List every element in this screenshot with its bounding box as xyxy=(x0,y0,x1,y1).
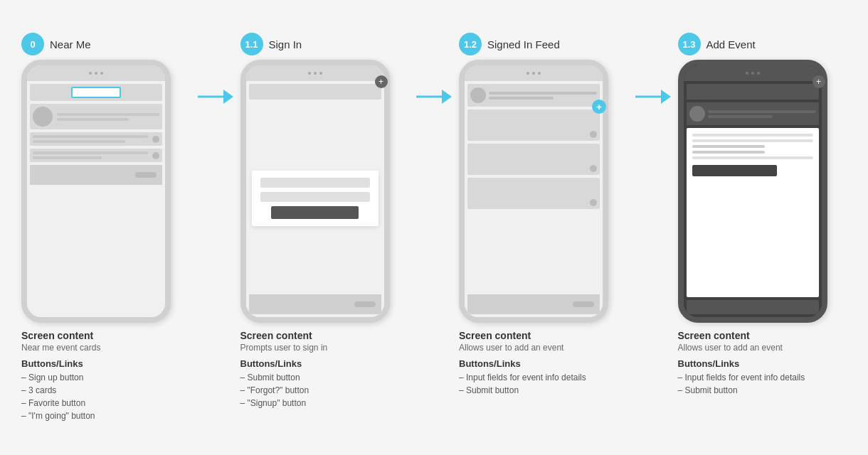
screen-2-card-1-dot xyxy=(590,131,597,138)
screen-2-phone-wrapper: + xyxy=(459,60,608,323)
screen-1-phone-inner xyxy=(246,65,384,317)
dot-2-2 xyxy=(532,72,535,75)
screen-3-lines xyxy=(708,110,816,118)
screen-3-content-label: Screen content xyxy=(678,330,827,341)
screen-3-title: Add Event xyxy=(706,38,756,50)
arrow-shape-2-3 xyxy=(635,90,671,104)
screen-1-text: Screen content Prompts user to sign in B… xyxy=(240,330,390,410)
screen-0-btn-2: – 3 cards xyxy=(21,384,171,397)
dot-3 xyxy=(100,72,103,75)
dot-1-3 xyxy=(319,72,322,75)
screen-3-avatar xyxy=(689,106,705,122)
signin-submit-btn xyxy=(271,206,359,219)
bottom-pill-0 xyxy=(135,172,157,178)
top-line-2 xyxy=(489,97,554,100)
main-container: 0 Near Me xyxy=(14,18,854,437)
screen-1-plus-btn: + xyxy=(375,75,388,88)
screen-3-btn-2: – Submit button xyxy=(678,384,827,397)
card-2-dot xyxy=(152,136,159,143)
screen-1-modal-area xyxy=(249,102,381,291)
screen-2-text: Screen content Allows user to add an eve… xyxy=(459,330,608,397)
dot-3-1 xyxy=(746,72,748,75)
arrow-head-1-2 xyxy=(442,90,452,104)
arrow-head-2-3 xyxy=(661,90,671,104)
screen-2-title: Signed In Feed xyxy=(487,38,560,50)
screen-2-header: 1.2 Signed In Feed xyxy=(459,33,560,55)
screen-1-btn-1: – Submit button xyxy=(240,371,390,384)
screen-3-row1 xyxy=(687,102,819,125)
screen-0-phone-inner xyxy=(27,65,165,317)
screen-2-plus-btn: + xyxy=(592,100,606,114)
screen-1-phone-wrapper: + xyxy=(240,60,390,323)
dot-1-2 xyxy=(314,72,317,75)
screen-0-topbar xyxy=(27,65,165,81)
screen-3-bottombar xyxy=(687,300,819,314)
top-line-1 xyxy=(489,92,597,95)
card-3-dot xyxy=(152,152,159,159)
screen-2-card-3-dot xyxy=(590,199,597,206)
signin-input-1 xyxy=(260,178,370,188)
card-2-lines xyxy=(33,135,148,143)
screen-1-header: 1.1 Sign In xyxy=(240,33,302,55)
screen-3-phone xyxy=(678,60,827,323)
screen-1-content-desc: Prompts user to sign in xyxy=(240,343,390,353)
bottom-pill-1 xyxy=(354,301,376,307)
screen-3-buttons-label: Buttons/Links xyxy=(678,358,827,369)
screen-block-0: 0 Near Me xyxy=(14,33,198,422)
screen-2-buttons-label: Buttons/Links xyxy=(459,358,608,369)
screen-2-bottombar xyxy=(467,294,600,314)
screen-2-topbar xyxy=(465,65,603,81)
dot-1 xyxy=(89,72,92,75)
screen-2-btn-1: – Input fields for event info details xyxy=(459,371,608,384)
screen-3-line1 xyxy=(708,110,816,113)
screen-3-text: Screen content Allows user to add an eve… xyxy=(678,330,827,397)
screen-0-buttons-label: Buttons/Links xyxy=(21,358,171,369)
screen-2-badge: 1.2 xyxy=(459,33,482,55)
screen-1-content-label: Screen content xyxy=(240,330,390,341)
screen-2-toplines xyxy=(489,92,597,100)
screen-block-3: 1.3 Add Event xyxy=(671,33,854,397)
screen-3-plus-btn: + xyxy=(813,75,825,88)
dot-2-1 xyxy=(526,72,529,75)
screen-1-bottombar xyxy=(249,294,381,314)
bottom-pill-2 xyxy=(573,301,594,307)
s3-line-2 xyxy=(692,139,813,142)
card-3-line-2 xyxy=(33,156,102,159)
screen-3-phone-inner xyxy=(684,65,822,317)
screen-2-card-2-dot xyxy=(590,165,597,172)
screen-2-avatar xyxy=(470,87,486,103)
screen-1-title: Sign In xyxy=(269,38,302,50)
screen-0-content-label: Screen content xyxy=(21,330,171,341)
screen-0-phone-wrapper xyxy=(21,60,171,323)
screen-3-btn-1: – Input fields for event info details xyxy=(678,371,827,384)
screen-3-content-desc: Allows user to add an event xyxy=(678,343,827,353)
screen-3-phone-wrapper: + xyxy=(678,60,827,323)
screen-1-content xyxy=(246,81,384,317)
screen-2-topbar2 xyxy=(467,84,600,107)
screen-0-title: Near Me xyxy=(50,38,91,50)
screen-0-content-desc: Near me event cards xyxy=(21,343,171,353)
screen-2-content xyxy=(465,81,603,317)
s3-line-4 xyxy=(692,151,765,154)
dot-2-3 xyxy=(538,72,541,75)
s3-line-5 xyxy=(692,156,813,159)
signin-input-2 xyxy=(260,192,370,202)
screen-3-line2 xyxy=(708,115,773,118)
card-1-circle xyxy=(33,107,53,127)
screen-2-card-2 xyxy=(467,144,600,175)
card-1-line-1 xyxy=(57,113,159,116)
screen-1-topbar xyxy=(246,65,384,81)
screen-0-phone xyxy=(21,60,171,323)
screen-2-btn-2: – Submit button xyxy=(459,384,608,397)
screen-0-content xyxy=(27,81,165,317)
screen-2-card-3 xyxy=(467,178,600,209)
screen-2-phone xyxy=(459,60,608,323)
arrow-head-0-1 xyxy=(223,90,233,104)
arrow-2-3 xyxy=(635,33,671,104)
s3-button xyxy=(692,165,777,176)
screen-0-btn-4: – "I'm going" button xyxy=(21,410,171,422)
card-2-line-1 xyxy=(33,135,148,138)
s3-line-3 xyxy=(692,145,765,148)
dot-1-1 xyxy=(308,72,311,75)
arrow-1-2 xyxy=(416,33,452,104)
